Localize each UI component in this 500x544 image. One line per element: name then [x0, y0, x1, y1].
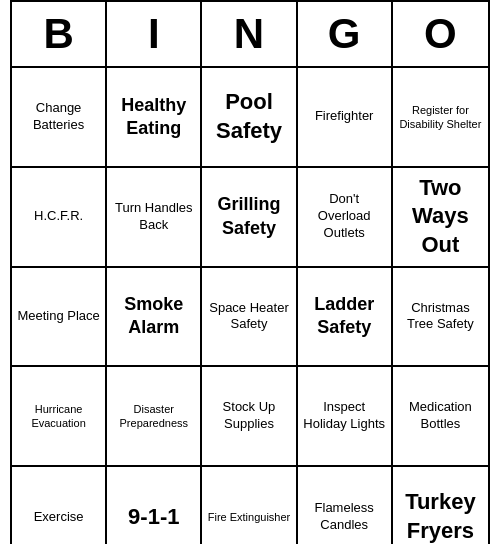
- bingo-cell-19: Medication Bottles: [393, 367, 488, 467]
- cell-text-18: Inspect Holiday Lights: [302, 399, 387, 433]
- bingo-cell-23: Flameless Candles: [298, 467, 393, 544]
- bingo-card: BINGO Change BatteriesHealthy EatingPool…: [10, 0, 490, 544]
- cell-text-15: Hurricane Evacuation: [16, 402, 101, 431]
- cell-text-6: Turn Handles Back: [111, 200, 196, 234]
- bingo-grid: Change BatteriesHealthy EatingPool Safet…: [12, 68, 488, 544]
- bingo-cell-9: Two Ways Out: [393, 168, 488, 268]
- header-letter-g: G: [298, 2, 393, 66]
- bingo-cell-24: Turkey Fryers: [393, 467, 488, 544]
- cell-text-7: Grilling Safety: [206, 193, 291, 240]
- header-letter-o: O: [393, 2, 488, 66]
- bingo-cell-7: Grilling Safety: [202, 168, 297, 268]
- cell-text-10: Meeting Place: [17, 308, 99, 325]
- bingo-cell-10: Meeting Place: [12, 268, 107, 368]
- cell-text-22: Fire Extinguisher: [208, 510, 291, 524]
- cell-text-14: Christmas Tree Safety: [397, 300, 484, 334]
- bingo-cell-1: Healthy Eating: [107, 68, 202, 168]
- bingo-cell-22: Fire Extinguisher: [202, 467, 297, 544]
- bingo-cell-0: Change Batteries: [12, 68, 107, 168]
- header-letter-n: N: [202, 2, 297, 66]
- bingo-cell-2: Pool Safety: [202, 68, 297, 168]
- cell-text-13: Ladder Safety: [302, 293, 387, 340]
- bingo-cell-12: Space Heater Safety: [202, 268, 297, 368]
- cell-text-19: Medication Bottles: [397, 399, 484, 433]
- cell-text-17: Stock Up Supplies: [206, 399, 291, 433]
- bingo-cell-13: Ladder Safety: [298, 268, 393, 368]
- cell-text-3: Firefighter: [315, 108, 374, 125]
- bingo-cell-5: H.C.F.R.: [12, 168, 107, 268]
- cell-text-0: Change Batteries: [16, 100, 101, 134]
- bingo-cell-17: Stock Up Supplies: [202, 367, 297, 467]
- bingo-cell-18: Inspect Holiday Lights: [298, 367, 393, 467]
- bingo-cell-16: Disaster Preparedness: [107, 367, 202, 467]
- bingo-header: BINGO: [12, 2, 488, 68]
- bingo-cell-11: Smoke Alarm: [107, 268, 202, 368]
- cell-text-4: Register for Disability Shelter: [397, 103, 484, 132]
- header-letter-b: B: [12, 2, 107, 66]
- cell-text-1: Healthy Eating: [111, 94, 196, 141]
- cell-text-8: Don't Overload Outlets: [302, 191, 387, 242]
- bingo-cell-15: Hurricane Evacuation: [12, 367, 107, 467]
- cell-text-21: 9-1-1: [128, 503, 179, 532]
- cell-text-9: Two Ways Out: [397, 174, 484, 260]
- bingo-cell-14: Christmas Tree Safety: [393, 268, 488, 368]
- cell-text-20: Exercise: [34, 509, 84, 526]
- cell-text-11: Smoke Alarm: [111, 293, 196, 340]
- cell-text-2: Pool Safety: [206, 88, 291, 145]
- bingo-cell-21: 9-1-1: [107, 467, 202, 544]
- cell-text-5: H.C.F.R.: [34, 208, 83, 225]
- bingo-cell-20: Exercise: [12, 467, 107, 544]
- cell-text-12: Space Heater Safety: [206, 300, 291, 334]
- cell-text-23: Flameless Candles: [302, 500, 387, 534]
- bingo-cell-6: Turn Handles Back: [107, 168, 202, 268]
- cell-text-16: Disaster Preparedness: [111, 402, 196, 431]
- bingo-cell-3: Firefighter: [298, 68, 393, 168]
- header-letter-i: I: [107, 2, 202, 66]
- bingo-cell-8: Don't Overload Outlets: [298, 168, 393, 268]
- bingo-cell-4: Register for Disability Shelter: [393, 68, 488, 168]
- cell-text-24: Turkey Fryers: [397, 488, 484, 544]
